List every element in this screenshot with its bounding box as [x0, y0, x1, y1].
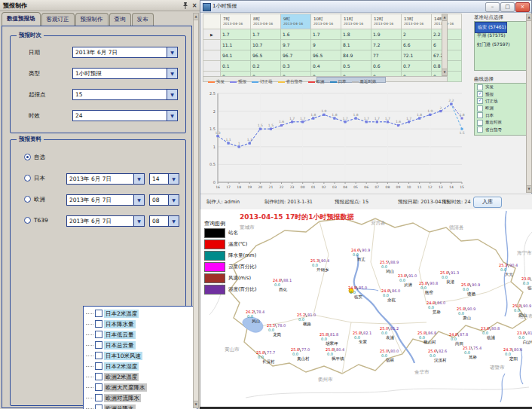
map-station-17[interactable]: 25.281.00.0横路	[297, 313, 316, 326]
map-station-25[interactable]: 25.877.70.0长深村	[256, 350, 275, 365]
forecast-table[interactable]: 7时2013-04-168时2013-04-169时2013-04-1610时2…	[203, 14, 462, 82]
cell-1-6[interactable]: 6.6	[402, 40, 432, 50]
checkbox-icon[interactable]	[95, 373, 102, 380]
right-scroll-down-icon[interactable]: ▼	[527, 185, 531, 192]
map-station-7[interactable]: 25.890.80.0瓶窑	[419, 281, 438, 295]
field-select-1[interactable]: 1小时预报▼	[72, 68, 178, 79]
column-header-4[interactable]: 11时2013-04-16	[341, 14, 371, 29]
tab-3[interactable]: 查询	[109, 13, 131, 26]
checkbox-icon[interactable]	[95, 362, 102, 370]
row-header-1[interactable]	[203, 40, 221, 50]
curve-item-1[interactable]: ✓预报	[475, 90, 527, 97]
checkbox-icon[interactable]	[95, 310, 102, 317]
map-station-18[interactable]: 25.881.80.0胡家坪	[320, 332, 338, 346]
cell-3-6[interactable]: 0.7	[402, 61, 432, 72]
map-station-13[interactable]: 23.891.50.0临平	[521, 276, 532, 290]
checkbox-icon[interactable]	[95, 341, 102, 349]
cell-1-2[interactable]: 9.7	[281, 40, 311, 50]
cell-2-6[interactable]: 72.1	[402, 50, 432, 61]
tab-4[interactable]: 发布	[132, 13, 154, 26]
checkbox-icon[interactable]	[477, 120, 483, 126]
curve-item-6[interactable]: 省台指导	[475, 126, 527, 133]
dropdown-arrow-icon[interactable]: ▼	[168, 216, 179, 226]
curve-item-0[interactable]: 实发	[475, 84, 527, 90]
scroll-down-icon[interactable]: ▼	[194, 401, 198, 407]
element-item-2[interactable]: 日本低云量	[84, 329, 197, 340]
cell-3-0[interactable]: 0.1	[221, 61, 251, 72]
element-item-5[interactable]: 日本2米湿度	[84, 361, 197, 371]
column-header-2[interactable]: 9时2013-04-16	[281, 14, 311, 29]
dropdown-arrow-icon[interactable]: ▼	[167, 47, 177, 57]
tab-2[interactable]: 预报制作	[75, 13, 109, 26]
map-station-31[interactable]: 24.380.40.0定阳	[503, 347, 522, 362]
checkbox-icon[interactable]: ✓	[477, 98, 483, 104]
cell-1-5[interactable]: 7.2	[371, 40, 402, 50]
table-scroll-up-icon[interactable]: ▲	[442, 14, 447, 21]
column-header-5[interactable]: 12时2013-04-16	[371, 14, 402, 29]
element-item-4[interactable]: 日本10米风速	[84, 350, 197, 361]
cell-2-5[interactable]: 77	[371, 50, 402, 61]
field-select-2[interactable]: 15▼	[72, 89, 178, 100]
cell-0-3[interactable]: 1.7	[311, 29, 341, 40]
curve-item-4[interactable]: 日本	[475, 112, 527, 119]
row-header-3[interactable]	[203, 61, 221, 72]
row-header-2[interactable]	[203, 50, 221, 61]
element-item-7[interactable]: 欧洲大尺度降水	[84, 382, 197, 392]
element-item-8[interactable]: 欧洲对流降水	[84, 392, 197, 403]
dropdown-arrow-icon[interactable]: ▼	[167, 90, 177, 99]
dropdown-arrow-icon[interactable]: ▼	[168, 195, 179, 205]
element-item-1[interactable]: 日本降水量	[84, 319, 197, 329]
map-station-6[interactable]: 24.886.00.0余杭	[381, 288, 400, 303]
curve-listbox[interactable]: 实发✓预报✓订正场欧洲日本最近时效省台指导	[474, 83, 528, 136]
right-scroll-up-icon[interactable]: ▲	[527, 14, 531, 21]
column-header-6[interactable]: 13时2013-04-16	[402, 14, 432, 29]
tab-0[interactable]: 数值预报场	[2, 12, 41, 26]
submit-to-db-button[interactable]: 入库	[473, 197, 502, 208]
cell-0-5[interactable]: 1.9	[371, 29, 402, 40]
cell-0-6[interactable]: 2	[402, 29, 432, 40]
cell-2-0[interactable]: 94.1	[221, 50, 251, 61]
station-listbox[interactable]: 临安 (57461)桐庐 (57468)平湖 (57575)虹门港 (57597…	[474, 21, 528, 71]
element-item-3[interactable]: 日本总云量	[84, 340, 197, 350]
cell-3-1[interactable]: 0.2	[251, 61, 281, 72]
left-panel-scrollbar[interactable]: ▲ ▼	[193, 13, 199, 408]
source-hour-select-3[interactable]: 08▼	[149, 215, 179, 227]
element-item-9[interactable]: 欧洲总降水	[84, 403, 197, 409]
cell-1-1[interactable]: 10.7	[251, 40, 281, 50]
column-header-0[interactable]: 7时2013-04-16	[221, 14, 251, 29]
checkbox-icon[interactable]	[95, 404, 102, 409]
map-station-27[interactable]: 25.880.40.0枫平镇	[326, 347, 344, 361]
cell-2-3[interactable]: 96.5	[311, 50, 341, 61]
cell-0-1[interactable]: 1.7	[251, 29, 281, 40]
station-list-item-3[interactable]: 虹门港 (57597)	[475, 40, 527, 49]
checkbox-icon[interactable]	[95, 383, 102, 391]
cell-1-3[interactable]: 9	[311, 40, 341, 50]
element-item-6[interactable]: 欧洲2米温度	[84, 371, 197, 382]
tab-1[interactable]: 客观订正	[41, 13, 75, 26]
checkbox-icon[interactable]	[477, 105, 483, 111]
dropdown-arrow-icon[interactable]: ▼	[133, 195, 144, 205]
map-station-16[interactable]: 25.578.00.0龙岗	[267, 323, 286, 337]
source-date-select-1[interactable]: 2013年 6月 7日▼	[66, 173, 145, 185]
source-hour-select-2[interactable]: 08▼	[149, 194, 179, 206]
map-station-3[interactable]: 25.588.90.0鸠山	[380, 260, 399, 273]
map-station-24[interactable]: 23.881.50.0白沙镇	[517, 331, 532, 345]
cell-3-3[interactable]: 0.4	[311, 61, 341, 72]
dropdown-arrow-icon[interactable]: ▼	[167, 69, 177, 78]
cell-0-0[interactable]: 1.7	[221, 29, 251, 40]
map-station-0[interactable]: 24.888.10.0昌化	[273, 278, 292, 292]
map-station-29[interactable]: 25.682.60.0汉溪村	[428, 349, 447, 363]
radio-source-3[interactable]	[24, 217, 31, 224]
map-station-30[interactable]: 25.175.40.0莫桥	[463, 346, 482, 359]
cell-3-4[interactable]: 0.5	[341, 61, 371, 72]
cell-0-2[interactable]: 1.6	[281, 29, 311, 40]
source-hour-select-1[interactable]: 14▼	[149, 173, 179, 185]
source-date-select-3[interactable]: 2013年 6月 7日▼	[66, 215, 145, 227]
station-list-item-0[interactable]: 临安 (57461)	[475, 22, 507, 33]
close-button[interactable]: ×	[515, 2, 530, 12]
checkbox-icon[interactable]	[477, 84, 483, 90]
checkbox-icon[interactable]: ✓	[477, 91, 483, 97]
map-station-4[interactable]: 23.891.00.0於潜	[398, 273, 417, 288]
cell-0-4[interactable]: 1.8	[341, 29, 371, 40]
checkbox-icon[interactable]	[95, 394, 102, 401]
